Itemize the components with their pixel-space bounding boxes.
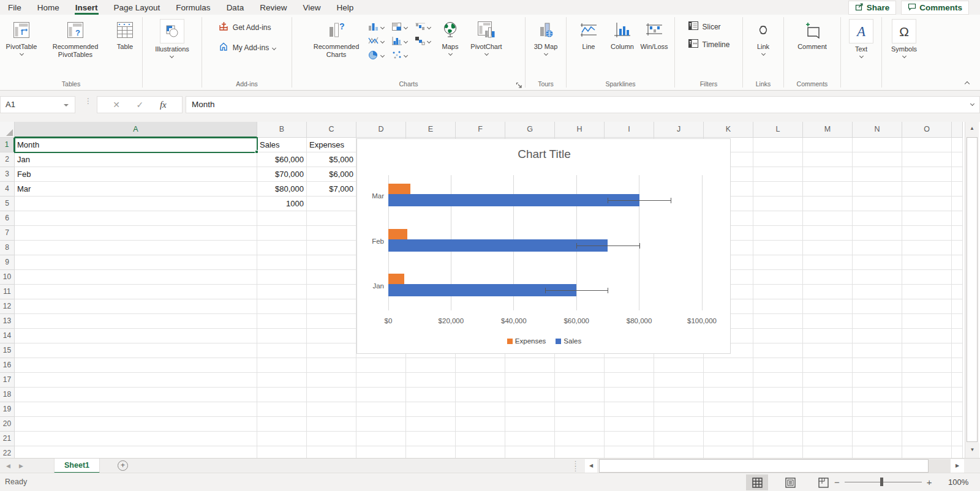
column-header-L[interactable]: L <box>753 122 803 138</box>
share-button[interactable]: Share <box>848 1 897 15</box>
charts-dialog-launcher[interactable] <box>515 81 523 89</box>
cell-N2[interactable] <box>853 152 902 167</box>
cell-C16[interactable] <box>307 358 356 373</box>
cell-K18[interactable] <box>704 388 753 402</box>
cell-I20[interactable] <box>605 417 654 432</box>
cell-I17[interactable] <box>605 373 654 388</box>
embedded-chart[interactable]: Chart Title$0$20,000$40,000$60,000$80,00… <box>356 138 731 354</box>
cell-F17[interactable] <box>456 373 505 388</box>
tab-view[interactable]: View <box>295 0 328 15</box>
cell-A16[interactable] <box>15 358 257 373</box>
horizontal-scroll-thumb[interactable] <box>599 459 929 473</box>
cell-H20[interactable] <box>555 417 605 432</box>
cell-A21[interactable] <box>15 432 257 446</box>
cell-O7[interactable] <box>902 226 952 241</box>
cell-K22[interactable] <box>704 446 753 458</box>
cell-K20[interactable] <box>704 417 753 432</box>
cell-A1[interactable]: Month <box>15 138 257 152</box>
cell-B6[interactable] <box>257 211 307 226</box>
tab-insert[interactable]: Insert <box>67 0 106 15</box>
cell-L1[interactable] <box>753 138 803 152</box>
cell-A18[interactable] <box>15 388 257 402</box>
cell-B1[interactable]: Sales <box>257 138 307 152</box>
insert-waterfall-chart-button[interactable] <box>413 21 432 32</box>
illustrations-button[interactable]: Illustrations <box>153 17 191 59</box>
cell-C19[interactable] <box>307 402 356 417</box>
cell-C6[interactable] <box>307 211 356 226</box>
cell-L19[interactable] <box>753 402 803 417</box>
cell-M19[interactable] <box>803 402 853 417</box>
zoom-slider-thumb[interactable] <box>880 478 883 486</box>
cell-M4[interactable] <box>803 182 853 197</box>
tab-home[interactable]: Home <box>29 0 67 15</box>
cell-M2[interactable] <box>803 152 853 167</box>
cell-B16[interactable] <box>257 358 307 373</box>
cell-M15[interactable] <box>803 343 853 358</box>
cell-E22[interactable] <box>406 446 456 458</box>
scroll-up-icon[interactable]: ▲ <box>965 122 979 137</box>
cell-L5[interactable] <box>753 197 803 211</box>
cell-C8[interactable] <box>307 241 356 255</box>
bar-expenses-jan[interactable] <box>388 274 404 284</box>
cell-C18[interactable] <box>307 388 356 402</box>
cell-L4[interactable] <box>753 182 803 197</box>
cell-C17[interactable] <box>307 373 356 388</box>
cell-N8[interactable] <box>853 241 902 255</box>
cell-H22[interactable] <box>555 446 605 458</box>
cell-M9[interactable] <box>803 255 853 270</box>
cell-O19[interactable] <box>902 402 952 417</box>
cell-M8[interactable] <box>803 241 853 255</box>
cell-C13[interactable] <box>307 314 356 329</box>
row-header-18[interactable]: 18 <box>0 388 15 402</box>
link-button[interactable]: Link <box>749 17 777 57</box>
cell-B20[interactable] <box>257 417 307 432</box>
cell-A6[interactable] <box>15 211 257 226</box>
cell-N22[interactable] <box>853 446 902 458</box>
sparkline-line-button[interactable]: Line <box>573 17 604 53</box>
cell-L13[interactable] <box>753 314 803 329</box>
cell-E19[interactable] <box>406 402 456 417</box>
tab-page-layout[interactable]: Page Layout <box>106 0 168 15</box>
formula-input[interactable]: Month <box>186 96 980 113</box>
cell-partial-5[interactable] <box>952 197 963 211</box>
cell-C15[interactable] <box>307 343 356 358</box>
row-header-11[interactable]: 11 <box>0 285 15 299</box>
cell-A12[interactable] <box>15 299 257 314</box>
cell-L22[interactable] <box>753 446 803 458</box>
new-sheet-button[interactable]: + <box>118 460 128 471</box>
cell-A2[interactable]: Jan <box>15 152 257 167</box>
row-header-17[interactable]: 17 <box>0 373 15 388</box>
cell-L3[interactable] <box>753 167 803 182</box>
sheet-nav-arrows[interactable]: ◀ ▶ <box>6 459 23 473</box>
cell-M21[interactable] <box>803 432 853 446</box>
cell-partial-16[interactable] <box>952 358 963 373</box>
cell-partial-12[interactable] <box>952 299 963 314</box>
cell-O4[interactable] <box>902 182 952 197</box>
cell-H18[interactable] <box>555 388 605 402</box>
cell-N4[interactable] <box>853 182 902 197</box>
cell-J18[interactable] <box>654 388 704 402</box>
cell-G18[interactable] <box>505 388 555 402</box>
cell-L16[interactable] <box>753 358 803 373</box>
column-header-N[interactable]: N <box>853 122 902 138</box>
cell-J16[interactable] <box>654 358 704 373</box>
cell-A7[interactable] <box>15 226 257 241</box>
cell-M22[interactable] <box>803 446 853 458</box>
cell-F18[interactable] <box>456 388 505 402</box>
cell-L10[interactable] <box>753 270 803 285</box>
cell-K21[interactable] <box>704 432 753 446</box>
cell-O11[interactable] <box>902 285 952 299</box>
cell-D21[interactable] <box>356 432 406 446</box>
cell-C3[interactable]: $6,000 <box>307 167 356 182</box>
name-box[interactable]: A1 <box>0 96 75 113</box>
cell-N13[interactable] <box>853 314 902 329</box>
column-header-M[interactable]: M <box>803 122 853 138</box>
insert-pie-chart-button[interactable] <box>366 49 386 61</box>
cell-B15[interactable] <box>257 343 307 358</box>
cell-O16[interactable] <box>902 358 952 373</box>
cell-L20[interactable] <box>753 417 803 432</box>
cell-N7[interactable] <box>853 226 902 241</box>
cell-K16[interactable] <box>704 358 753 373</box>
cell-K17[interactable] <box>704 373 753 388</box>
cell-F20[interactable] <box>456 417 505 432</box>
